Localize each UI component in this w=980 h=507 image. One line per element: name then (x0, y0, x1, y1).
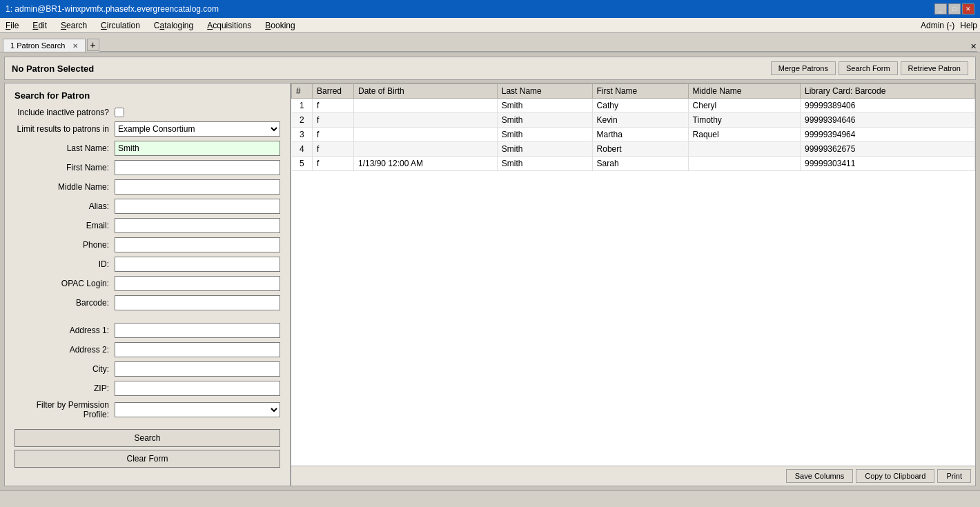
tab-patron-search[interactable]: 1 Patron Search ✕ (3, 39, 86, 52)
cell-first: Cathy (592, 99, 688, 113)
cell-middle: Timothy (688, 113, 800, 128)
cell-last: Smith (497, 157, 592, 171)
last-name-input[interactable] (115, 141, 280, 156)
filter-profile-select[interactable] (115, 402, 280, 417)
cell-first: Robert (592, 142, 688, 157)
barcode-input[interactable] (115, 295, 280, 310)
menu-edit[interactable]: Edit (30, 20, 50, 31)
address2-row: Address 2: (14, 342, 280, 357)
admin-label[interactable]: Admin (-) (921, 21, 954, 30)
phone-input[interactable] (115, 237, 280, 252)
middle-name-label: Middle Name: (14, 182, 115, 192)
cell-dob: 1/13/90 12:00 AM (354, 157, 498, 171)
cell-first: Martha (592, 128, 688, 142)
cell-barred: f (313, 99, 354, 113)
tab-label: 1 Patron Search (10, 41, 66, 50)
maximize-button[interactable]: □ (948, 3, 961, 14)
address1-input[interactable] (115, 323, 280, 338)
cell-num: 3 (292, 128, 313, 142)
table-row[interactable]: 4fSmithRobert99999362675 (292, 142, 975, 157)
limit-results-label: Limit results to patrons in (14, 124, 115, 134)
phone-label: Phone: (14, 240, 115, 250)
menu-acquisitions[interactable]: Acquisitions (204, 20, 254, 31)
cell-num: 5 (292, 157, 313, 171)
table-row[interactable]: 2fSmithKevinTimothy99999394646 (292, 113, 975, 128)
first-name-row: First Name: (14, 160, 280, 175)
last-name-row: Last Name: (14, 141, 280, 156)
cell-barred: f (313, 113, 354, 128)
save-columns-button[interactable]: Save Columns (786, 469, 854, 483)
table-row[interactable]: 1fSmithCathyCheryl99999389406 (292, 99, 975, 113)
cell-middle: Raquel (688, 128, 800, 142)
menu-search[interactable]: Search (58, 20, 90, 31)
filter-profile-label: Filter by Permission Profile: (14, 400, 115, 419)
col-header-dob: Date of Birth (354, 84, 498, 99)
cell-dob (354, 128, 498, 142)
include-inactive-checkbox[interactable] (115, 108, 124, 117)
address2-label: Address 2: (14, 345, 115, 355)
menu-circulation[interactable]: Circulation (98, 20, 143, 31)
alias-input[interactable] (115, 199, 280, 214)
last-name-label: Last Name: (14, 143, 115, 153)
close-button[interactable]: ✕ (962, 3, 974, 14)
menu-booking[interactable]: Booking (262, 20, 297, 31)
barcode-row: Barcode: (14, 295, 280, 310)
body-section: Search for Patron Include inactive patro… (4, 83, 976, 486)
opac-login-label: OPAC Login: (14, 279, 115, 288)
include-inactive-label: Include inactive patrons? (14, 108, 115, 117)
window-title: 1: admin@BR1-winxpvmfx.phasefx.evergreen… (6, 4, 219, 14)
cell-dob (354, 142, 498, 157)
clear-form-button[interactable]: Clear Form (14, 450, 280, 468)
table-row[interactable]: 3fSmithMarthaRaquel99999394964 (292, 128, 975, 142)
minimize-button[interactable]: _ (934, 3, 947, 14)
address2-input[interactable] (115, 342, 280, 357)
add-tab-button[interactable]: + (87, 39, 99, 51)
cell-middle (688, 157, 800, 171)
cell-middle (688, 142, 800, 157)
results-table-container: # Barred Date of Birth Last Name First N… (291, 83, 975, 466)
cell-middle: Cheryl (688, 99, 800, 113)
cell-first: Kevin (592, 113, 688, 128)
cell-dob (354, 99, 498, 113)
search-form-title: Search for Patron (14, 90, 280, 101)
results-panel: # Barred Date of Birth Last Name First N… (291, 83, 975, 486)
include-inactive-row: Include inactive patrons? (14, 108, 280, 117)
search-panel: Search for Patron Include inactive patro… (5, 83, 291, 486)
cell-barcode: 99999362675 (801, 142, 975, 157)
city-label: City: (14, 364, 115, 374)
first-name-input[interactable] (115, 160, 280, 175)
print-button[interactable]: Print (937, 469, 971, 483)
email-input[interactable] (115, 218, 280, 233)
zip-input[interactable] (115, 381, 280, 396)
cell-last: Smith (497, 113, 592, 128)
menu-file[interactable]: File (3, 20, 21, 31)
opac-login-row: OPAC Login: (14, 276, 280, 291)
id-row: ID: (14, 257, 280, 272)
address1-row: Address 1: (14, 323, 280, 338)
table-row[interactable]: 5f1/13/90 12:00 AMSmithSarah99999303411 (292, 157, 975, 171)
window-controls: _ □ ✕ (934, 3, 974, 14)
middle-name-input[interactable] (115, 179, 280, 195)
city-input[interactable] (115, 361, 280, 377)
search-button[interactable]: Search (14, 429, 280, 447)
copy-clipboard-button[interactable]: Copy to Clipboard (856, 469, 934, 483)
tab-close-icon[interactable]: ✕ (72, 42, 78, 50)
bottom-bar: Save Columns Copy to Clipboard Print (291, 466, 975, 486)
zip-row: ZIP: (14, 381, 280, 396)
merge-patrons-button[interactable]: Merge Patrons (771, 61, 836, 75)
retrieve-patron-button[interactable]: Retrieve Patron (901, 61, 968, 75)
col-header-middlename: Middle Name (688, 84, 800, 99)
alias-row: Alias: (14, 199, 280, 214)
cell-last: Smith (497, 142, 592, 157)
search-form-button[interactable]: Search Form (839, 61, 898, 75)
menu-cataloging[interactable]: Cataloging (151, 20, 196, 31)
col-header-firstname: First Name (592, 84, 688, 99)
tab-close-window[interactable]: ✕ (969, 42, 977, 52)
middle-name-row: Middle Name: (14, 179, 280, 195)
help-label[interactable]: Help (960, 21, 977, 30)
form-buttons: Search Clear Form (14, 429, 280, 470)
id-input[interactable] (115, 257, 280, 272)
header-buttons: Merge Patrons Search Form Retrieve Patro… (771, 61, 968, 75)
opac-login-input[interactable] (115, 276, 280, 291)
limit-results-select[interactable]: Example Consortium (115, 121, 280, 137)
